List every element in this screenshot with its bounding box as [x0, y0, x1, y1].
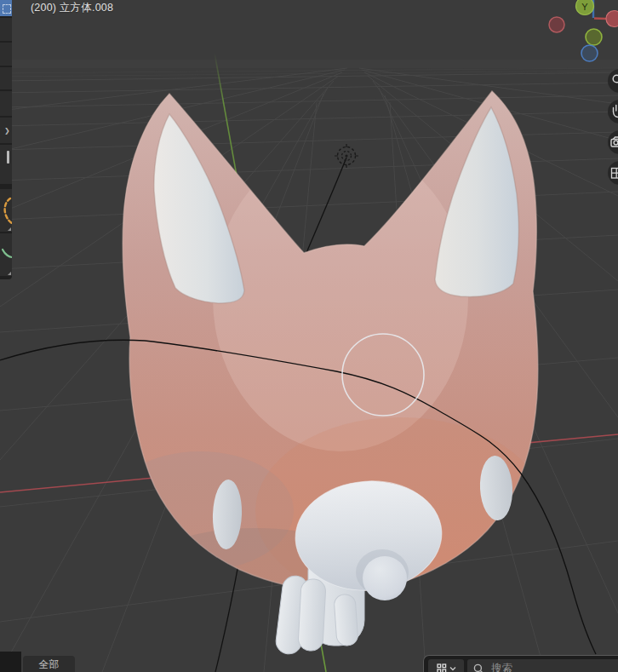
asset-search-field[interactable] — [467, 659, 618, 672]
horizon-band — [0, 60, 618, 68]
blender-3d-viewport[interactable]: Y — [0, 0, 618, 672]
gizmo-z-negative-ball[interactable] — [581, 45, 598, 61]
gizmo-x-negative-ball[interactable] — [549, 17, 564, 32]
asset-shelf-corner — [0, 652, 21, 672]
submenu-triangle-icon — [8, 227, 11, 231]
nose-ball — [363, 556, 407, 600]
tool-button-3[interactable] — [0, 43, 12, 66]
annotate-icon — [2, 193, 12, 227]
search-input[interactable] — [489, 662, 618, 672]
submenu-triangle-icon — [8, 272, 11, 275]
tool-shelf: ❯ — [0, 0, 12, 279]
viewport-canvas[interactable]: Y — [0, 0, 618, 672]
gizmo-y-negative-ball[interactable] — [586, 29, 602, 45]
chevron-down-icon — [449, 666, 456, 671]
x-axis-stick — [594, 19, 606, 20]
transform-tool-button[interactable] — [0, 145, 12, 184]
annotate-tool-button[interactable] — [0, 189, 12, 232]
tool-button-5[interactable] — [0, 91, 12, 116]
grid-display-icon — [437, 663, 447, 672]
chevron-right-icon: ❯ — [4, 127, 10, 135]
active-object-info: (200) 立方体.008 — [31, 1, 113, 15]
tool-button-6[interactable]: ❯ — [0, 118, 12, 143]
display-mode-button[interactable] — [428, 659, 464, 672]
measure-tool-button[interactable] — [0, 233, 12, 276]
asset-shelf-controls — [423, 655, 618, 672]
select-box-icon — [3, 4, 11, 14]
search-icon — [473, 663, 484, 672]
gizmo-x-positive-ball[interactable] — [606, 11, 618, 27]
tool-button-2[interactable] — [0, 18, 12, 41]
measure-icon — [2, 238, 12, 272]
select-box-tool-button[interactable] — [0, 0, 12, 16]
tool-button-4[interactable] — [0, 67, 12, 89]
catalog-all-tab[interactable]: 全部 — [23, 656, 75, 672]
transform-icon — [7, 151, 9, 164]
gizmo-y-label: Y — [581, 2, 588, 12]
